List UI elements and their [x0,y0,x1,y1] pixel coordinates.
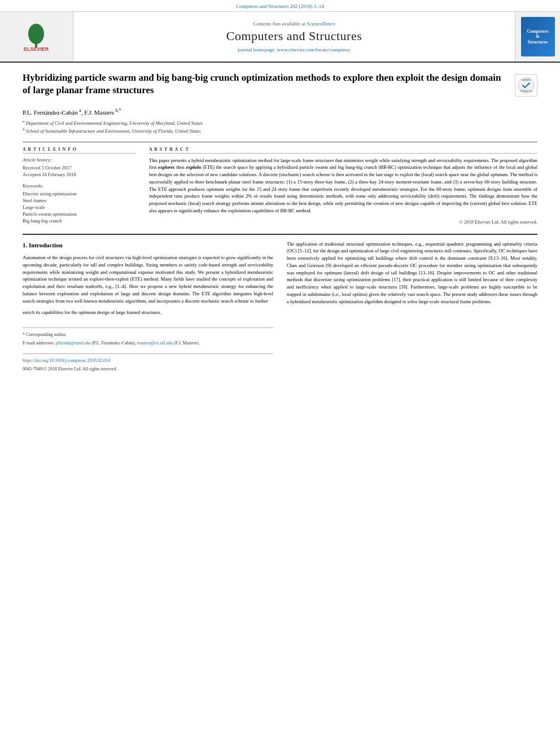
keyword-2: Steel frames [23,198,135,203]
intro-heading: 1. Introduction [23,241,273,250]
explores-word: explores [158,164,174,170]
journal-title: Computers and Structures [226,29,362,43]
sciencedirect-link[interactable]: ScienceDirect [307,21,335,27]
received-date: Received 5 October 2017 [23,165,135,171]
author2-sup: b,* [116,108,121,113]
body-columns: 1. Introduction Automation of the design… [23,241,537,373]
keyword-5: Big bang-big crunch [23,218,135,224]
paper-title-section: Hybridizing particle swarm and big bang-… [23,72,537,102]
affiliation-b: b School of Sustainable Infrastructure a… [23,127,537,134]
journal-logo-box: Computers&Structures [521,17,555,56]
exploits-word: exploits [186,164,201,170]
body-col-left: 1. Introduction Automation of the design… [23,241,273,373]
doi-bar-text: Computers and Structures 202 (2018) 1–14 [236,3,324,9]
contents-label: Contents lists available at [253,21,307,27]
body-divider [23,234,537,235]
author2-name: F.J. Masters [84,109,115,116]
abstract-text: This paper presents a hybrid metaheurist… [149,157,537,215]
doi-link[interactable]: https://doi.org/10.1016/j.compstruc.2018… [23,358,110,363]
author1-name: P.L. Fernández-Cabán [23,109,79,116]
email2-link[interactable]: masters@ce.ufl.edu [137,340,173,346]
info-divider [23,142,537,142]
journal-logo-right: Computers&Structures [515,12,560,62]
bottom-bar: https://doi.org/10.1016/j.compstruc.2018… [23,353,273,373]
abstract-header: A B S T R A C T [149,147,537,154]
bottom-issn: 0045-7949/© 2018 Elsevier Ltd. All right… [23,366,273,373]
affiliations: a Department of Civil and Environmental … [23,119,537,134]
footnote-area: * Corresponding author. E-mail addresses… [23,327,273,347]
email1-name: (P.L. Fernández-Cabán), [91,340,135,346]
article-info-header: A R T I C L E I N F O [23,147,135,154]
elsevier-logo-area: ELSEVIER [0,12,73,62]
journal-header-center: Contents lists available at ScienceDirec… [73,12,515,62]
doi-bar: Computers and Structures 202 (2018) 1–14 [0,0,560,12]
paper-title: Hybridizing particle swarm and big bang-… [23,72,506,97]
svg-point-2 [28,24,44,44]
email-footnote: E-mail addresses: plferndz@umd.edu (P.L.… [23,340,273,347]
logo-box-line1: Computers&Structures [527,29,548,45]
email1-link[interactable]: plferndz@umd.edu [56,340,91,346]
keyword-1: Discrete sizing optimization [23,191,135,196]
affiliation-a: a Department of Civil and Environmental … [23,119,537,126]
intro-para-1: Automation of the design process for civ… [23,254,273,304]
email2-name: (F.J. Masters). [174,340,200,346]
keywords-label: Keywords: [23,183,135,189]
accepted-date: Accepted 24 February 2018 [23,172,135,177]
homepage-link[interactable]: journal homepage: www.elsevier.com/locat… [238,47,351,53]
author1-sup: a [79,108,81,113]
homepage-line: journal homepage: www.elsevier.com/locat… [238,47,351,53]
corresponding-footnote: * Corresponding author. [23,331,273,338]
svg-text:ELSEVIER: ELSEVIER [23,46,49,52]
abstract-col: A B S T R A C T This paper presents a hy… [149,147,537,225]
article-info-col: A R T I C L E I N F O Article history: R… [23,147,135,225]
info-abstract-row: A R T I C L E I N F O Article history: R… [23,147,537,225]
intro-para-2: enrich its capabilities for the optimum … [23,309,273,316]
svg-text:Check for: Check for [520,89,532,93]
main-content: Hybridizing particle swarm and big bang-… [0,63,560,384]
right-para-1: The application of traditional structura… [287,241,537,305]
article-history-label: Article history: [23,157,135,163]
keyword-3: Large-scale [23,204,135,210]
authors-line: P.L. Fernández-Cabán a, F.J. Masters b,* [23,108,537,116]
svg-text:updates: updates [522,78,531,81]
elsevier-logo-svg: ELSEVIER [11,21,62,53]
check-for-updates-badge: Check for updates [515,74,537,97]
contents-line: Contents lists available at ScienceDirec… [253,21,335,27]
bottom-doi: https://doi.org/10.1016/j.compstruc.2018… [23,357,273,364]
journal-header: ELSEVIER Contents lists available at Sci… [0,12,560,63]
keyword-4: Particle swarm optimization [23,211,135,217]
email-label: E-mail addresses: [23,340,55,346]
body-col-right: The application of traditional structura… [287,241,537,373]
check-updates-icon: Check for updates [517,76,535,94]
copyright-line: © 2018 Elsevier Ltd. All rights reserved… [149,219,537,225]
